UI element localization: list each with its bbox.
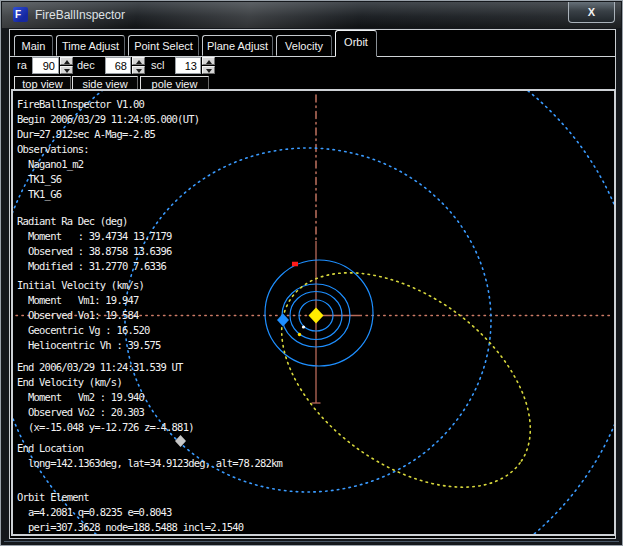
tab-strip: Main Time Adjust Point Select Plane Adju… (10, 30, 615, 56)
info-line: TK1_S6 (17, 172, 61, 187)
tab-orbit[interactable]: Orbit (335, 30, 377, 57)
info-line: Nagano1_m2 (17, 157, 83, 172)
info-line: End Location (17, 441, 83, 456)
info-line: Modified : 31.2770 7.6336 (17, 259, 166, 274)
info-line: Orbit Element (17, 490, 89, 505)
venus-marker (298, 333, 301, 336)
view-angle-controls: ra dec scl (10, 57, 615, 76)
info-line: Observations: (17, 142, 89, 157)
sun-marker (309, 308, 324, 324)
info-line: Moment Vm1: 19.947 (17, 293, 138, 308)
ra-input[interactable] (32, 57, 59, 74)
mercury-marker (302, 325, 305, 328)
info-line: Begin 2006/03/29 11:24:05.000(UT) (17, 112, 199, 127)
scl-input[interactable] (175, 57, 201, 74)
info-line: End 2006/03/29 11:24:31.539 UT (17, 360, 183, 375)
mars-marker (292, 262, 298, 267)
info-line: Observed Vo2 : 20.303 (17, 405, 144, 420)
app-window: F FireBallInspector X Main Time Adjust P… (0, 0, 623, 546)
info-line: long=142.1363deg, lat=34.9123deg, alt=78… (17, 456, 282, 471)
up-arrow-icon (206, 60, 212, 64)
ra-spinner (60, 57, 73, 74)
info-line: peri=307.3628 node=188.5488 incl=2.1540 (17, 520, 243, 535)
tab-velocity[interactable]: Velocity (276, 35, 332, 56)
scl-label: scl (151, 59, 164, 71)
ra-spin-down-button[interactable] (60, 66, 73, 74)
info-line: Geocentric Vg : 16.520 (17, 323, 150, 338)
close-button[interactable]: X (568, 2, 615, 23)
info-line: Radiant Ra Dec (deg) (17, 214, 127, 229)
down-arrow-icon (206, 69, 212, 73)
info-line: FireBallInspector V1.00 (17, 97, 144, 112)
info-line: Moment Vm2 : 19.940 (17, 390, 144, 405)
title-bar[interactable]: F FireBallInspector X (2, 2, 621, 28)
info-line: a=4.2081 q=0.8235 e=0.8043 (17, 505, 172, 520)
ra-label: ra (17, 59, 27, 71)
tab-plane-adjust[interactable]: Plane Adjust (202, 35, 273, 56)
scl-spin-up-button[interactable] (202, 57, 215, 65)
info-line: Observed Vo1: 19.584 (17, 308, 138, 323)
jupiter-marker (175, 435, 186, 447)
tab-time-adjust[interactable]: Time Adjust (56, 35, 125, 56)
info-line: End Velocity (km/s) (17, 375, 122, 390)
info-line: Dur=27.912sec A-Mag=-2.85 (17, 127, 155, 142)
client-area: Main Time Adjust Point Select Plane Adju… (9, 29, 616, 539)
tab-main[interactable]: Main (14, 35, 53, 56)
dec-spinner (132, 57, 145, 74)
dec-input[interactable] (105, 57, 131, 74)
dec-spin-down-button[interactable] (132, 66, 145, 74)
down-arrow-icon (136, 69, 142, 73)
fireball-orbit (243, 229, 570, 531)
info-line: Moment : 39.4734 13.7179 (17, 229, 172, 244)
window-title: FireBallInspector (35, 2, 125, 28)
app-icon: F (13, 7, 28, 22)
dec-label: dec (77, 59, 95, 71)
up-arrow-icon (136, 60, 142, 64)
up-arrow-icon (64, 60, 70, 64)
orbit-canvas[interactable]: FireBallInspector V1.00 Begin 2006/03/29… (11, 89, 616, 536)
scl-spin-down-button[interactable] (202, 66, 215, 74)
dec-spin-up-button[interactable] (132, 57, 145, 65)
down-arrow-icon (64, 69, 70, 73)
info-line: Observed : 38.8758 13.6396 (17, 244, 172, 259)
info-line: (x=-15.048 y=-12.726 z=-4.881) (17, 420, 194, 435)
info-line: TK1_G6 (17, 187, 61, 202)
info-line: Initial Velocity (km/s) (17, 278, 144, 293)
ra-spin-up-button[interactable] (60, 57, 73, 65)
scl-spinner (202, 57, 215, 74)
tab-point-select[interactable]: Point Select (128, 35, 199, 56)
info-line: Heliocentric Vh : 39.575 (17, 338, 161, 353)
